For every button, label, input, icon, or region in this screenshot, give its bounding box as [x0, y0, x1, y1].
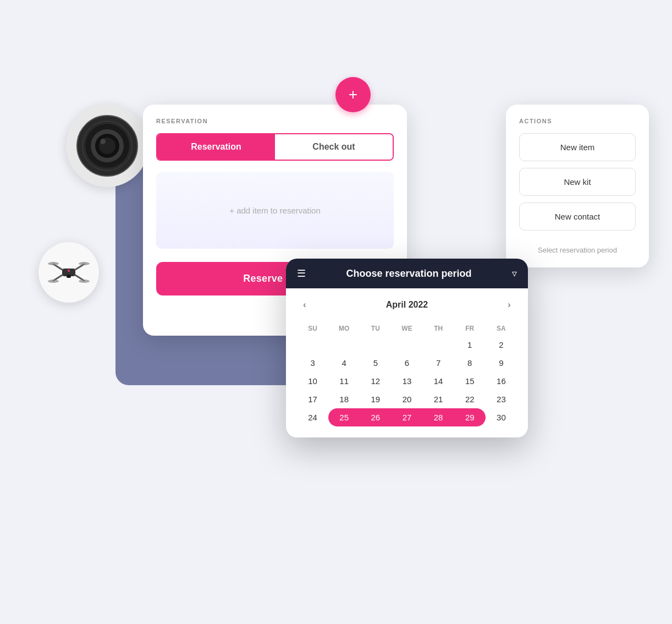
calendar-day-13[interactable]: 13 — [391, 372, 422, 390]
calendar-day-24[interactable]: 24 — [297, 408, 328, 426]
calendar-day-27[interactable]: 27 — [391, 408, 422, 426]
weekday-fr: Fr — [454, 321, 486, 336]
calendar-day-7[interactable]: 7 — [423, 354, 454, 372]
calendar-day-1[interactable]: 1 — [454, 336, 486, 354]
svg-point-19 — [68, 270, 70, 272]
prev-month-button[interactable]: ‹ — [297, 297, 312, 313]
new-item-button[interactable]: New item — [519, 133, 636, 161]
weekday-sa: Sa — [486, 321, 517, 336]
calendar-day-11[interactable]: 11 — [328, 372, 360, 390]
calendar-day-14[interactable]: 14 — [423, 372, 454, 390]
calendar-day-2[interactable]: 2 — [486, 336, 517, 354]
tab-checkout[interactable]: Check out — [275, 134, 393, 160]
weekday-su: Su — [297, 321, 328, 336]
calendar-day-9[interactable]: 9 — [486, 354, 517, 372]
plus-icon: + — [349, 86, 357, 103]
main-container: + — [99, 77, 649, 462]
reservation-section-label: RESERVATION — [156, 118, 394, 124]
calendar-day-26[interactable]: 26 — [360, 408, 391, 426]
svg-point-15 — [48, 280, 59, 283]
calendar-day-16[interactable]: 16 — [486, 372, 517, 390]
calendar-day-8[interactable]: 8 — [454, 354, 486, 372]
month-year-label: April 2022 — [386, 300, 428, 310]
calendar-day-15[interactable]: 15 — [454, 372, 486, 390]
calendar-day-28[interactable]: 28 — [423, 408, 454, 426]
calendar-day-21[interactable]: 21 — [423, 390, 454, 408]
weekday-tu: Tu — [360, 321, 391, 336]
weekday-we: We — [391, 321, 422, 336]
add-item-area[interactable]: + add item to reservation — [156, 172, 394, 249]
calendar-header: ☰ Choose reservation period ▿ — [286, 259, 528, 288]
drone-image — [38, 242, 99, 303]
svg-point-16 — [79, 280, 90, 283]
add-item-text: + add item to reservation — [229, 206, 321, 215]
drone-svg — [47, 250, 91, 294]
plus-button[interactable]: + — [335, 77, 371, 112]
calendar-day-5[interactable]: 5 — [360, 354, 391, 372]
calendar-day-12[interactable]: 12 — [360, 372, 391, 390]
weekday-mo: Mo — [328, 321, 360, 336]
calendar-body: ‹ April 2022 › Su Mo Tu We Th Fr Sa — [286, 288, 528, 437]
calendar-day-3[interactable]: 3 — [297, 354, 328, 372]
svg-point-18 — [68, 275, 70, 277]
filter-icon[interactable]: ▿ — [512, 267, 517, 280]
calendar-day-4[interactable]: 4 — [328, 354, 360, 372]
new-kit-button[interactable]: New kit — [519, 168, 636, 196]
tab-reservation[interactable]: Reservation — [157, 134, 275, 160]
calendar-popup: ☰ Choose reservation period ▿ ‹ April 20… — [286, 259, 528, 437]
calendar-day-23[interactable]: 23 — [486, 390, 517, 408]
calendar-title: Choose reservation period — [346, 268, 471, 280]
weekday-th: Th — [423, 321, 454, 336]
new-contact-button[interactable]: New contact — [519, 202, 636, 231]
month-nav: ‹ April 2022 › — [297, 297, 517, 313]
lens-image — [66, 105, 148, 187]
select-period-hint: Select reservation period — [519, 246, 636, 254]
svg-point-14 — [79, 262, 90, 265]
actions-section-label: ACTIONS — [519, 118, 636, 124]
calendar-grid: Su Mo Tu We Th Fr Sa 1234567891011121314… — [297, 321, 517, 426]
calendar-day-10[interactable]: 10 — [297, 372, 328, 390]
hamburger-icon[interactable]: ☰ — [297, 267, 306, 280]
tab-group: Reservation Check out — [156, 133, 394, 161]
svg-point-13 — [48, 262, 59, 265]
actions-card: ACTIONS New item New kit New contact Sel… — [506, 105, 649, 267]
calendar-day-25[interactable]: 25 — [328, 408, 360, 426]
lens-svg — [74, 113, 140, 179]
calendar-day-19[interactable]: 19 — [360, 390, 391, 408]
calendar-day-30[interactable]: 30 — [486, 408, 517, 426]
calendar-day-29[interactable]: 29 — [454, 408, 486, 426]
calendar-day-18[interactable]: 18 — [328, 390, 360, 408]
svg-point-5 — [100, 139, 106, 144]
next-month-button[interactable]: › — [502, 297, 517, 313]
calendar-day-22[interactable]: 22 — [454, 390, 486, 408]
calendar-day-17[interactable]: 17 — [297, 390, 328, 408]
calendar-day-20[interactable]: 20 — [391, 390, 422, 408]
calendar-day-6[interactable]: 6 — [391, 354, 422, 372]
